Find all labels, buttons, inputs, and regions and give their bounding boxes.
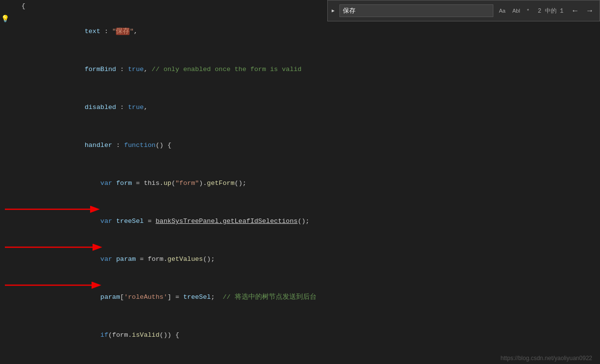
lightbulb-icon: 💡 (1, 13, 9, 25)
code-line-9: param['roleAuths'] = treeSel; // 将选中的树节点… (0, 278, 600, 316)
code-line-5: handler : function() { (0, 127, 600, 164)
find-bar[interactable]: ▶ Aa Abl * 2 中的 1 ← → (327, 0, 600, 21)
code-area: { 💡 text : "保存", formBind : true, // onl… (0, 0, 600, 364)
find-prev-button[interactable]: ← (569, 5, 581, 16)
find-input-wrapper (339, 4, 493, 17)
whole-word-button[interactable]: Abl (509, 5, 523, 16)
editor-container: ▶ Aa Abl * 2 中的 1 ← → { 💡 text : "保存", (0, 0, 600, 364)
find-triangle-icon: ▶ (332, 8, 335, 14)
find-options-group: Aa Abl * (496, 5, 532, 16)
find-input[interactable] (343, 7, 490, 15)
code-line-8: var param = form.getValues(); (0, 240, 600, 278)
code-line-7: var treeSel = bankSysTreePanel.getLeafId… (0, 202, 600, 240)
code-line-6: var form = this.up("form").getForm(); (0, 164, 600, 202)
find-next-button[interactable]: → (584, 5, 596, 16)
footer: https://blog.csdn.net/yaoliyuan0922 (0, 352, 600, 364)
find-count: 2 中的 1 (538, 7, 563, 15)
footer-url: https://blog.csdn.net/yaoliyuan0922 (501, 355, 592, 362)
match-case-button[interactable]: Aa (496, 5, 508, 16)
code-line-10: if(form.isValid()) { (0, 316, 600, 354)
regex-button[interactable]: * (524, 5, 532, 16)
code-line-3: formBind : true, // only enabled once th… (0, 51, 600, 89)
code-line-4: disabled : true, (0, 89, 600, 127)
